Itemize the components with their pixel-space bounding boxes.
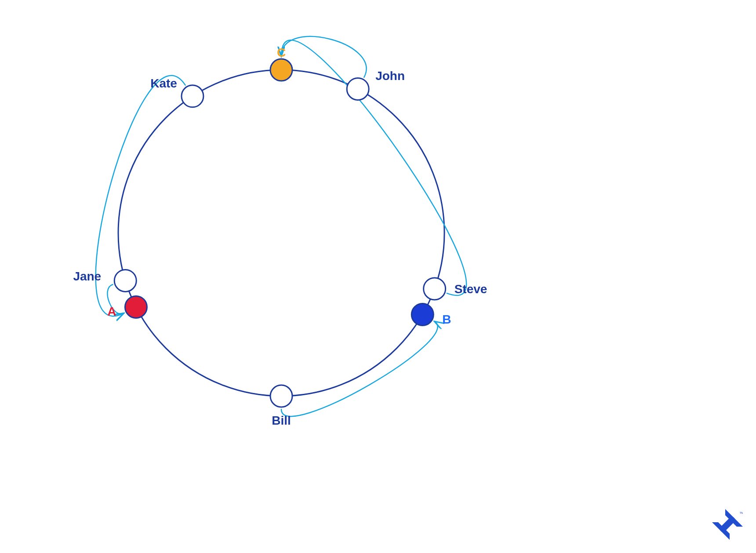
label-a: A	[107, 305, 116, 318]
label-kate: Kate	[150, 76, 177, 90]
arrow-john-to-c	[281, 36, 366, 77]
label-steve: Steve	[454, 282, 487, 296]
label-b: B	[442, 313, 451, 326]
node-bill	[270, 385, 292, 407]
label-bill: Bill	[272, 414, 291, 427]
logo-tm: ™	[739, 511, 743, 516]
node-c	[270, 59, 292, 81]
arrow-bill-to-b	[281, 321, 438, 416]
node-b	[411, 304, 433, 326]
node-jane	[114, 269, 136, 291]
node-steve	[424, 278, 446, 300]
ring-circle	[118, 70, 444, 396]
node-a	[125, 296, 147, 318]
arrow-steve-to-c	[281, 40, 466, 295]
node-kate	[182, 85, 204, 107]
hash-ring-diagram: CJohnSteveBBillAJaneKate	[0, 0, 756, 553]
label-john: John	[375, 69, 405, 83]
label-jane: Jane	[73, 269, 101, 283]
node-john	[347, 78, 369, 100]
toptal-logo: ™	[712, 509, 743, 540]
svg-marker-1	[720, 517, 743, 540]
label-c: C	[277, 46, 286, 59]
